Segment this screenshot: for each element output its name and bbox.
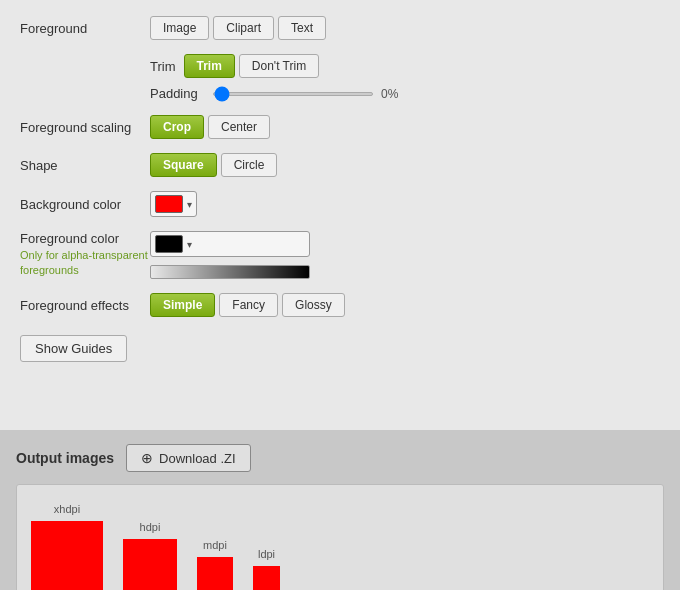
fancy-button[interactable]: Fancy: [219, 293, 278, 317]
preview-area: xhdpi hdpi mdpi ldpi: [16, 484, 664, 590]
padding-row: Padding 0%: [150, 86, 660, 101]
output-section: Output images ⊕ Download .ZI xhdpi hdpi …: [0, 430, 680, 590]
background-color-swatch: [155, 195, 183, 213]
foreground-row: Foreground Image Clipart Text: [20, 16, 660, 40]
effects-group: Simple Fancy Glossy: [150, 293, 345, 317]
trim-row: Trim Trim Don't Trim: [150, 54, 660, 78]
simple-button[interactable]: Simple: [150, 293, 215, 317]
preview-mdpi: mdpi: [197, 539, 233, 590]
circle-button[interactable]: Circle: [221, 153, 278, 177]
ldpi-label: ldpi: [258, 548, 275, 560]
foreground-label: Foreground: [20, 21, 150, 36]
xhdpi-label: xhdpi: [54, 503, 80, 515]
background-color-label: Background color: [20, 197, 150, 212]
foreground-color-note: Only for alpha-transparent foregrounds: [20, 248, 150, 279]
output-header: Output images ⊕ Download .ZI: [16, 444, 664, 472]
shape-label: Shape: [20, 158, 150, 173]
download-button[interactable]: ⊕ Download .ZI: [126, 444, 251, 472]
padding-label: Padding: [150, 86, 205, 101]
background-dropdown-arrow: ▾: [187, 199, 192, 210]
mdpi-image: [197, 557, 233, 590]
foreground-color-swatch: [155, 235, 183, 253]
foreground-effects-label: Foreground effects: [20, 298, 150, 313]
alpha-slider[interactable]: [150, 265, 310, 279]
output-images-title: Output images: [16, 450, 114, 466]
mdpi-label: mdpi: [203, 539, 227, 551]
main-panel: Foreground Image Clipart Text Trim Trim …: [0, 0, 680, 430]
foreground-color-controls: ▾: [150, 231, 310, 279]
preview-xhdpi: xhdpi: [31, 503, 103, 590]
download-icon: ⊕: [141, 450, 153, 466]
scaling-group: Crop Center: [150, 115, 270, 139]
foreground-color-row: Foreground color Only for alpha-transpar…: [20, 231, 660, 279]
foreground-effects-row: Foreground effects Simple Fancy Glossy: [20, 293, 660, 317]
glossy-button[interactable]: Glossy: [282, 293, 345, 317]
square-button[interactable]: Square: [150, 153, 217, 177]
download-label: Download .ZI: [159, 451, 236, 466]
preview-ldpi: ldpi: [253, 548, 280, 590]
text-button[interactable]: Text: [278, 16, 326, 40]
background-color-row: Background color ▾: [20, 191, 660, 217]
padding-slider[interactable]: [213, 92, 373, 96]
clipart-button[interactable]: Clipart: [213, 16, 274, 40]
hdpi-image: [123, 539, 177, 590]
shape-group: Square Circle: [150, 153, 277, 177]
image-button[interactable]: Image: [150, 16, 209, 40]
xhdpi-image: [31, 521, 103, 590]
padding-value: 0%: [381, 87, 398, 101]
foreground-color-label: Foreground color: [20, 231, 150, 246]
center-button[interactable]: Center: [208, 115, 270, 139]
foreground-dropdown-arrow: ▾: [187, 239, 192, 250]
dont-trim-button[interactable]: Don't Trim: [239, 54, 319, 78]
foreground-scaling-row: Foreground scaling Crop Center: [20, 115, 660, 139]
foreground-type-group: Image Clipart Text: [150, 16, 326, 40]
ldpi-image: [253, 566, 280, 590]
foreground-color-picker[interactable]: ▾: [150, 231, 310, 257]
foreground-scaling-label: Foreground scaling: [20, 120, 150, 135]
background-color-picker[interactable]: ▾: [150, 191, 197, 217]
hdpi-label: hdpi: [140, 521, 161, 533]
crop-button[interactable]: Crop: [150, 115, 204, 139]
show-guides-button[interactable]: Show Guides: [20, 335, 127, 362]
trim-group: Trim Don't Trim: [184, 54, 320, 78]
preview-hdpi: hdpi: [123, 521, 177, 590]
trim-button[interactable]: Trim: [184, 54, 235, 78]
trim-label: Trim: [150, 59, 176, 74]
shape-row: Shape Square Circle: [20, 153, 660, 177]
